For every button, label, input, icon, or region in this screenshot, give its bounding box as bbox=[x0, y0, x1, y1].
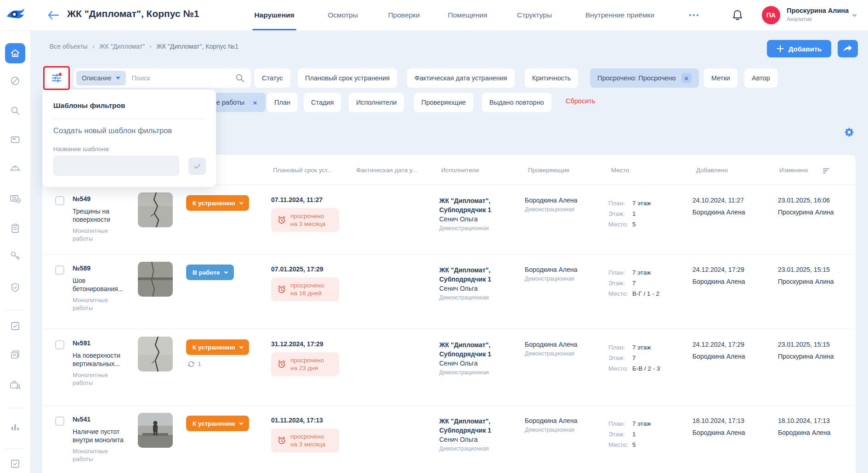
violation-id[interactable]: №541 bbox=[73, 416, 129, 423]
filter-chip-overdue-active[interactable]: Просрочено: Просрочено × bbox=[590, 68, 699, 88]
column-header-reviewers[interactable]: Проверяющие bbox=[528, 167, 569, 174]
sidebar-item-shield[interactable] bbox=[5, 277, 25, 298]
sidebar-item-tasks[interactable] bbox=[5, 316, 25, 336]
tab-checks[interactable]: Проверки bbox=[384, 0, 424, 30]
place-label: Место: bbox=[608, 363, 632, 374]
remove-filter-icon[interactable]: × bbox=[681, 73, 692, 83]
back-button[interactable] bbox=[46, 8, 61, 23]
violation-photo[interactable] bbox=[138, 337, 173, 372]
column-header-executors[interactable]: Исполнители bbox=[441, 167, 479, 174]
violation-title[interactable]: На поверхности вертикальных... bbox=[73, 351, 129, 368]
column-header-place[interactable]: Место bbox=[611, 167, 629, 174]
tab-violations[interactable]: Нарушения bbox=[252, 0, 296, 30]
sidebar-item-documents[interactable] bbox=[5, 344, 25, 365]
tab-inspections[interactable]: Осмотры bbox=[324, 0, 362, 30]
violation-title[interactable]: Наличие пустот внутри монолита bbox=[73, 428, 129, 444]
search-icon[interactable] bbox=[235, 73, 244, 83]
sidebar-item-photo-check[interactable] bbox=[5, 188, 25, 208]
overdue-line2: на 3 месяца bbox=[290, 440, 325, 448]
avatar[interactable]: ПА bbox=[762, 6, 780, 24]
app-logo-icon[interactable] bbox=[6, 6, 26, 24]
share-button[interactable] bbox=[838, 40, 858, 57]
status-dropdown[interactable]: К устранению bbox=[186, 195, 249, 211]
table-settings-button[interactable] bbox=[843, 126, 856, 139]
sidebar-item-home[interactable] bbox=[5, 43, 25, 63]
filter-chip-actual-date[interactable]: Фактическая дата устранения bbox=[407, 68, 515, 88]
sidebar-item-compass[interactable] bbox=[5, 71, 25, 91]
column-header-planned[interactable]: Плановый срок уст... bbox=[273, 167, 332, 174]
breadcrumb-item[interactable]: Все объекты bbox=[50, 43, 88, 50]
add-button[interactable]: Добавить bbox=[767, 40, 831, 57]
sidebar-divider bbox=[6, 408, 25, 408]
status-dropdown[interactable]: В работе bbox=[186, 265, 234, 280]
filter-chip-reissued[interactable]: Выдано повторно bbox=[482, 93, 551, 112]
tab-structures[interactable]: Структуры bbox=[514, 0, 555, 30]
violation-title[interactable]: Трещины на поверхности bbox=[73, 207, 129, 224]
violation-photo[interactable] bbox=[138, 192, 173, 227]
status-dropdown[interactable]: К устранению bbox=[186, 339, 249, 355]
status-dropdown[interactable]: К устранению bbox=[186, 416, 249, 431]
sidebar-item-search[interactable] bbox=[5, 101, 25, 121]
search-category-dropdown[interactable]: Описание bbox=[76, 71, 126, 85]
row-checkbox[interactable] bbox=[55, 196, 64, 205]
added-cell: 18.10.2024, 17:13 Бородкина Алена bbox=[692, 417, 745, 437]
breadcrumb-item[interactable]: ЖК "Дипломат" bbox=[99, 43, 145, 50]
place-spot: 5 bbox=[632, 441, 636, 448]
sort-icon[interactable] bbox=[823, 168, 830, 174]
chevron-down-icon bbox=[239, 200, 243, 204]
filter-chip-criticality[interactable]: Критичность bbox=[525, 68, 578, 88]
sidebar-item-briefcase[interactable] bbox=[5, 375, 25, 395]
sidebar-item-clipboard[interactable] bbox=[5, 218, 25, 238]
remove-filter-icon[interactable]: × bbox=[250, 97, 260, 107]
row-checkbox[interactable] bbox=[55, 340, 64, 349]
filter-sliders-icon bbox=[51, 72, 62, 84]
filter-chip-executors[interactable]: Исполнители bbox=[349, 93, 404, 112]
tab-premises[interactable]: Помещения bbox=[446, 0, 489, 30]
user-name: Проскурина Алина bbox=[787, 6, 849, 15]
search-category-label: Описание bbox=[82, 74, 111, 82]
notifications-bell-button[interactable] bbox=[730, 7, 745, 23]
filter-chip-reviewers[interactable]: Проверяющие bbox=[414, 93, 473, 112]
column-header-added[interactable]: Добавлено bbox=[696, 167, 728, 174]
executor-person: Сенич Ольга bbox=[439, 359, 491, 368]
concrete-crack-photo bbox=[138, 192, 173, 227]
violation-photo[interactable] bbox=[138, 413, 173, 448]
user-chevron-down-icon[interactable] bbox=[852, 12, 857, 17]
row-checkbox[interactable] bbox=[55, 265, 64, 275]
filter-chip-author[interactable]: Автор bbox=[744, 68, 777, 88]
row-checkbox[interactable] bbox=[55, 417, 64, 426]
overdue-badge: просроченона 16 дней bbox=[271, 277, 339, 301]
sidebar-item-card[interactable] bbox=[5, 130, 25, 150]
violation-id[interactable]: №549 bbox=[73, 195, 129, 203]
user-menu[interactable]: Проскурина Алина Аналитик bbox=[787, 6, 849, 24]
more-tabs-icon[interactable] bbox=[689, 0, 698, 30]
create-template-link[interactable]: Создать новый шаблон фильтров bbox=[53, 126, 172, 135]
confirm-template-button[interactable] bbox=[188, 158, 206, 175]
sidebar-item-analytics[interactable] bbox=[5, 417, 25, 437]
filter-settings-button[interactable] bbox=[45, 68, 68, 88]
concrete-crack-photo bbox=[138, 337, 173, 372]
filter-chip-stage[interactable]: Стадия bbox=[304, 93, 341, 112]
reset-filters-link[interactable]: Сбросить bbox=[566, 97, 595, 105]
template-name-input[interactable] bbox=[53, 156, 179, 176]
changed-cell: 18.10.2024, 17:13 Бородкина Алена bbox=[778, 417, 831, 437]
search-input[interactable] bbox=[126, 74, 235, 82]
home-icon bbox=[10, 48, 21, 59]
chevron-down-icon bbox=[116, 77, 120, 79]
column-header-changed[interactable]: Изменено bbox=[779, 167, 808, 174]
sidebar-item-key[interactable] bbox=[5, 246, 25, 266]
violation-title[interactable]: Шов бетонирования... bbox=[73, 276, 129, 293]
column-header-actual[interactable]: Фактическая дата у... bbox=[356, 167, 417, 174]
violation-id[interactable]: №589 bbox=[73, 265, 129, 272]
filter-chip-planned-date[interactable]: Плановый срок устранения bbox=[298, 68, 397, 88]
filter-chip-labels[interactable]: Метки bbox=[704, 68, 738, 88]
violation-id[interactable]: №591 bbox=[73, 339, 129, 347]
violation-photo[interactable] bbox=[138, 262, 173, 297]
filter-chip-status[interactable]: Статус bbox=[255, 68, 290, 88]
place-cell: План:7 этаж Этаж:7 Место:В-Г / 1 - 2 bbox=[608, 267, 659, 299]
sidebar-item-checklist[interactable] bbox=[5, 454, 25, 473]
tab-internal-acceptances[interactable]: Внутренние приёмки bbox=[580, 0, 659, 30]
filter-chip-plan[interactable]: План bbox=[267, 93, 298, 112]
sidebar-item-helmet[interactable] bbox=[5, 158, 25, 178]
app-page: ЖК "Дипломат", Корпус №1 Нарушения Осмот… bbox=[0, 0, 868, 473]
